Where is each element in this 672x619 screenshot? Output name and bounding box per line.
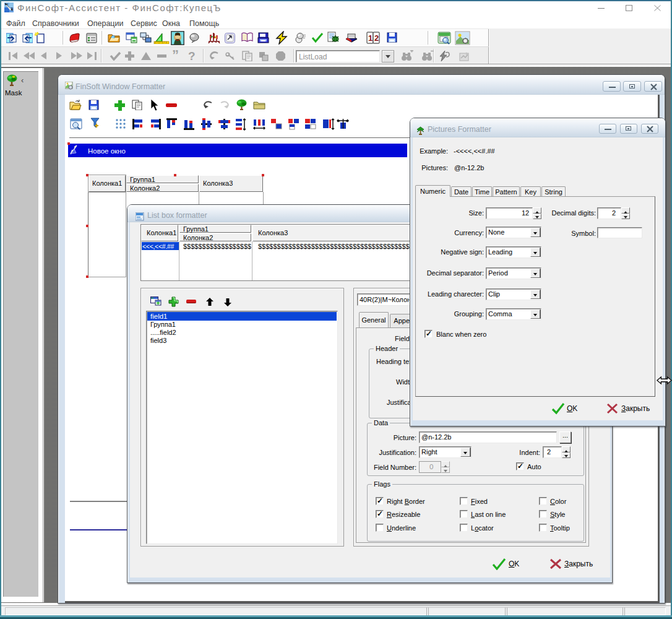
svg-text:2: 2 <box>374 33 379 43</box>
svg-text:1: 1 <box>368 33 373 43</box>
